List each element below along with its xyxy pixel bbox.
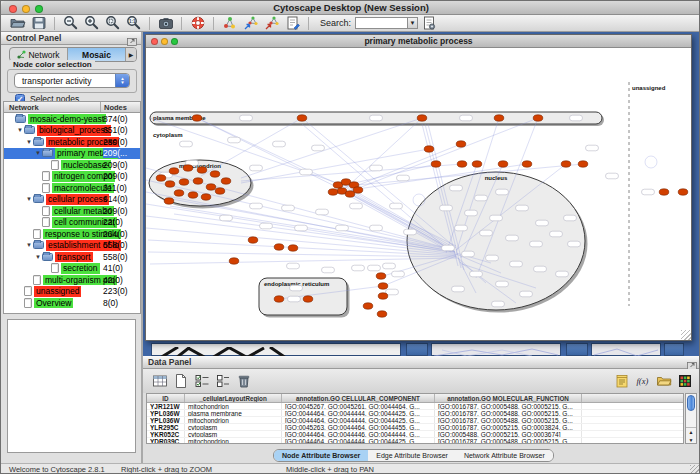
annotation-tool-button[interactable] bbox=[284, 15, 301, 31]
network-view-titlebar: primary metabolic process bbox=[146, 35, 691, 48]
network-tool-button-3[interactable] bbox=[263, 15, 280, 31]
column-header-2[interactable]: annotation.GO CELLULAR_COMPONENT bbox=[282, 394, 435, 402]
background-window-titlebar[interactable] bbox=[406, 343, 428, 356]
tree-row-1[interactable]: ▼biological_process651(0) bbox=[4, 125, 140, 137]
tree-row-count: 22(0) bbox=[103, 217, 140, 227]
column-header-1[interactable]: _cellularLayoutRegion bbox=[185, 394, 282, 402]
unselect-attributes-button[interactable] bbox=[214, 373, 231, 389]
tree-row-13[interactable]: secretion41(0) bbox=[4, 263, 140, 275]
create-attribute-button[interactable] bbox=[172, 373, 189, 389]
tab-network-attribute-browser[interactable]: Network Attribute Browser bbox=[456, 450, 553, 461]
tree-row-12[interactable]: ▼transport558(0) bbox=[4, 251, 140, 263]
tree-row-0[interactable]: mosaic-demo-yeast874(0) bbox=[4, 113, 140, 125]
window-resize-grip[interactable] bbox=[681, 330, 691, 340]
table-row-4[interactable]: YKR052Ccytoplasm[GO:0044464, GO:0044446,… bbox=[147, 431, 683, 438]
tree-row-7[interactable]: ▼cellular process614(0) bbox=[4, 194, 140, 206]
network-canvas[interactable]: plasma membranecytoplasmmitochondrionnuc… bbox=[146, 48, 691, 340]
save-session-button[interactable] bbox=[30, 15, 47, 31]
app-resize-grip[interactable] bbox=[690, 465, 700, 474]
table-cell: plasma membrane bbox=[185, 410, 282, 416]
background-window-strip[interactable] bbox=[591, 343, 661, 356]
zoom-fit-button[interactable]: 1:1 bbox=[125, 15, 142, 31]
attribute-matrix-button[interactable] bbox=[676, 373, 693, 389]
data-panel-title: Data Panel bbox=[148, 357, 191, 368]
main-toolbar: 1:1 Search: ▼ bbox=[1, 15, 700, 32]
select-attributes-button[interactable] bbox=[193, 373, 210, 389]
dropdown-stepper-icon: ▲▼ bbox=[115, 74, 129, 87]
table-row-1[interactable]: YPL036W__2plasma membrane[GO:0044464, GO… bbox=[147, 410, 683, 417]
tree-row-6[interactable]: macromolecule311(0) bbox=[4, 182, 140, 194]
scrollbar-arrows: ▲ ▼ bbox=[686, 427, 696, 443]
birds-eye-view[interactable] bbox=[7, 319, 136, 453]
node-color-dropdown-value: transporter activity bbox=[22, 76, 91, 86]
zoom-in-button[interactable] bbox=[83, 15, 100, 31]
folder-icon bbox=[24, 126, 35, 134]
tree-row-8[interactable]: cellular metabo209(0) bbox=[4, 205, 140, 217]
table-cell: mitochondrion bbox=[185, 403, 282, 409]
expand-arrow-icon[interactable]: ▼ bbox=[25, 139, 33, 145]
tree-row-14[interactable]: multi-organism pro42(0) bbox=[4, 274, 140, 286]
column-header-3[interactable]: annotation.GO MOLECULAR_FUNCTION bbox=[435, 394, 582, 402]
background-window-titlebar[interactable] bbox=[664, 343, 684, 356]
zoom-selected-button[interactable] bbox=[104, 15, 121, 31]
tree-row-2[interactable]: ▼metabolic process280(0) bbox=[4, 136, 140, 148]
tab-node-attribute-browser[interactable]: Node Attribute Browser bbox=[274, 450, 368, 461]
help-button[interactable] bbox=[189, 15, 206, 31]
tree-row-count: 8(0) bbox=[103, 298, 140, 308]
tree-row-label: cellular process bbox=[46, 194, 109, 205]
search-options-button[interactable] bbox=[420, 15, 437, 31]
life-ring-icon bbox=[190, 15, 206, 31]
search-options-icon bbox=[421, 15, 437, 31]
table-row-3[interactable]: YLR295Ccytoplasm[GO:0045263, GO:0044464,… bbox=[147, 424, 683, 431]
table-row-0[interactable]: YJR121W__1mitochondrion[GO:0045267, GO:0… bbox=[147, 403, 683, 410]
attribute-editor-button[interactable] bbox=[613, 373, 630, 389]
tree-row-9[interactable]: cell communicat22(0) bbox=[4, 217, 140, 229]
scroll-up-button[interactable]: ▲ bbox=[686, 428, 696, 436]
tree-row-count: 264(0) bbox=[103, 229, 140, 239]
search-dropdown-button[interactable]: ▼ bbox=[407, 17, 418, 29]
tree-row-4[interactable]: nucleobase-209(0) bbox=[4, 159, 140, 171]
scroll-down-button[interactable]: ▼ bbox=[686, 436, 696, 444]
table-row-2[interactable]: YPL036W__1mitochondrion[GO:0044464, GO:0… bbox=[147, 417, 683, 424]
delete-attribute-button[interactable] bbox=[235, 373, 252, 389]
search-label: Search: bbox=[320, 18, 351, 28]
tree-row-16[interactable]: Overview8(0) bbox=[4, 297, 140, 309]
tree-row-10[interactable]: response to stimulu264(0) bbox=[4, 228, 140, 240]
attribute-table-button[interactable] bbox=[151, 373, 168, 389]
expand-arrow-icon[interactable]: ▼ bbox=[25, 242, 33, 248]
window-titlebar: Cytoscape Desktop (New Session) bbox=[1, 1, 700, 15]
scrollbar-thumb[interactable] bbox=[687, 395, 695, 411]
tree-row-11[interactable]: ▼establishment of lo558(0) bbox=[4, 240, 140, 252]
tree-row-15[interactable]: unassigned223(0) bbox=[4, 286, 140, 298]
expand-arrow-icon[interactable]: ▼ bbox=[34, 254, 42, 260]
tree-row-5[interactable]: nitrogen compo209(0) bbox=[4, 171, 140, 183]
expand-arrow-icon[interactable]: ▼ bbox=[34, 150, 42, 156]
network-tool-button-1[interactable] bbox=[221, 15, 238, 31]
search-input[interactable] bbox=[355, 17, 407, 29]
tree-row-count: 311(0) bbox=[103, 183, 140, 193]
file-icon bbox=[51, 263, 59, 273]
export-image-button[interactable] bbox=[157, 15, 174, 31]
expand-arrow-icon[interactable]: ▼ bbox=[16, 127, 24, 133]
open-session-button[interactable] bbox=[9, 15, 26, 31]
tree-column-network: Network bbox=[9, 103, 39, 112]
zoom-out-button[interactable] bbox=[62, 15, 79, 31]
node-color-dropdown[interactable]: transporter activity ▲▼ bbox=[14, 73, 130, 88]
background-window-strip[interactable] bbox=[431, 343, 561, 356]
tree-row-3[interactable]: ▼primary metabo209(... bbox=[4, 148, 140, 160]
column-header-0[interactable]: ID bbox=[147, 394, 185, 402]
background-window-titlebar[interactable] bbox=[566, 343, 588, 356]
table-cell: mitochondrion bbox=[185, 417, 282, 423]
import-attributes-button[interactable] bbox=[655, 373, 672, 389]
zoom-in-icon bbox=[84, 15, 100, 31]
expand-arrow-icon[interactable]: ▼ bbox=[25, 196, 33, 202]
network-tool-button-2[interactable] bbox=[242, 15, 259, 31]
background-window-overview[interactable] bbox=[151, 343, 401, 356]
toolbar-separator bbox=[54, 17, 55, 30]
table-row-5[interactable]: YDR039C__1mitochondrion[GO:0044464, GO:0… bbox=[147, 438, 683, 444]
function-builder-button[interactable]: f(x) bbox=[634, 373, 651, 389]
tab-scroll-right-button[interactable]: ▶ bbox=[126, 48, 136, 61]
status-zoom-hint: Right-click + drag to ZOOM bbox=[121, 465, 212, 474]
table-cell: [GO:0016787, GO:0005488, GO:0005215, G..… bbox=[435, 410, 582, 416]
tab-edge-attribute-browser[interactable]: Edge Attribute Browser bbox=[368, 450, 456, 461]
